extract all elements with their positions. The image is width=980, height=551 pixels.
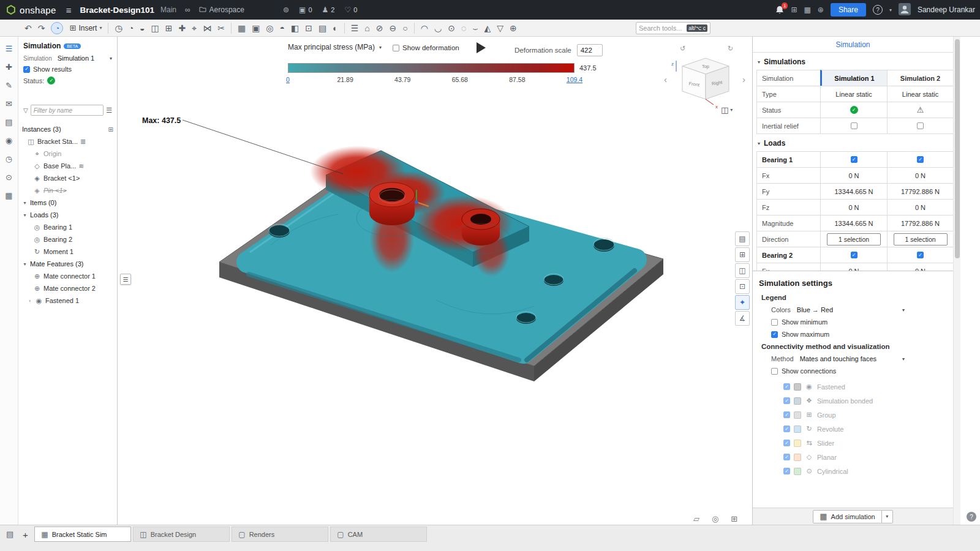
view-cube[interactable]: ‹ › ↺ ↻ Top Front Right z x xyxy=(650,40,752,122)
tree-item-fastened-1[interactable]: › ◉ Fastened 1 xyxy=(18,294,117,307)
show-connections-row[interactable]: Show connections xyxy=(771,367,947,375)
toolbar-tool-icon[interactable]: ◌ xyxy=(461,24,466,32)
tab-renders[interactable]: ▢ Renders xyxy=(232,527,328,542)
filter-icon[interactable]: ▽ xyxy=(23,107,28,114)
undo-button[interactable]: ↶ xyxy=(24,24,32,32)
manage-tabs-icon[interactable]: ▤ xyxy=(6,530,13,539)
toolbar-tool-icon[interactable]: ⊕ xyxy=(510,24,517,32)
toolbar-tool-icon[interactable]: ◐ xyxy=(333,24,337,32)
rotate-cw-icon[interactable]: ↻ xyxy=(728,45,733,52)
search-panel-icon[interactable]: ⊙ xyxy=(6,173,12,182)
tree-item-origin[interactable]: ⌖ Origin xyxy=(18,148,117,160)
project-name[interactable]: Aerospace xyxy=(209,6,244,14)
collaborators-stat[interactable]: ♟2 xyxy=(322,6,335,14)
panel-list-icon[interactable]: ▤ xyxy=(735,231,750,246)
fit-view-icon[interactable]: ⊞ xyxy=(731,514,737,523)
sheet-view-icon[interactable]: ▱ xyxy=(693,514,699,523)
tree-item-bearing-2[interactable]: ◎ Bearing 2 xyxy=(18,233,117,246)
appearance-panel-icon[interactable]: ✎ xyxy=(6,81,12,90)
tree-item-bearing-1[interactable]: ◎ Bearing 1 xyxy=(18,221,117,233)
toolbar-tool-icon[interactable]: ⊙ xyxy=(448,24,455,32)
flange-hole[interactable] xyxy=(594,238,614,252)
tables-panel-icon[interactable]: ▦ xyxy=(5,191,12,200)
chevron-right-icon[interactable]: › xyxy=(27,298,32,304)
app-store-icon[interactable]: ▦ xyxy=(804,6,810,14)
toolbar-tool-icon[interactable]: ○ xyxy=(402,24,407,32)
share-button[interactable]: Share xyxy=(831,3,866,17)
toolbar-tool-icon[interactable]: ◔ xyxy=(129,24,134,32)
connection-type-checkbox[interactable]: ✓ xyxy=(783,411,790,418)
method-dropdown-row[interactable]: Method Mates and touching faces ▾ xyxy=(771,355,905,362)
toolbar-tool-icon[interactable]: ✚ xyxy=(179,24,186,32)
toolbar-tool-icon[interactable]: ⊘ xyxy=(376,24,383,32)
main-menu-icon[interactable]: ≡ xyxy=(66,5,72,15)
connection-type-checkbox[interactable]: ✓ xyxy=(783,454,790,460)
parts-panel-icon[interactable]: ◉ xyxy=(6,136,12,145)
scrollbar-thumb[interactable] xyxy=(955,39,960,258)
flange-hole[interactable] xyxy=(516,312,536,324)
direction-selection-box[interactable]: 1 selection xyxy=(827,233,881,246)
toolbar-tool-icon[interactable]: ⌂ xyxy=(364,24,369,32)
notifications-button[interactable]: 1 xyxy=(775,6,784,15)
toolbar-tool-icon[interactable]: ◒ xyxy=(140,24,145,32)
history-panel-icon[interactable]: ◷ xyxy=(6,154,12,163)
rotate-ccw-icon[interactable]: ↺ xyxy=(680,45,685,52)
simulation-select-value[interactable]: Simulation 1 xyxy=(58,54,95,62)
create-panel-icon[interactable]: ✚ xyxy=(6,62,12,72)
toolbar-tool-icon[interactable]: ▽ xyxy=(497,24,503,32)
direction-selection-box[interactable]: 1 selection xyxy=(894,233,948,246)
toolbar-tool-icon[interactable]: ◷ xyxy=(115,24,122,32)
items-section-header[interactable]: ▾ Items (0) xyxy=(18,197,117,209)
connection-type-checkbox[interactable]: ✓ xyxy=(783,383,790,390)
inertial-relief-checkbox[interactable] xyxy=(851,122,858,129)
rotate-right-arrow-icon[interactable]: › xyxy=(742,74,745,84)
toolbar-tool-icon[interactable]: ◧ xyxy=(291,24,299,32)
redo-button[interactable]: ↷ xyxy=(38,24,45,32)
flange-hole[interactable] xyxy=(544,274,564,286)
toolbar-tool-icon[interactable]: ⋈ xyxy=(203,24,211,32)
workspace-name[interactable]: Main xyxy=(160,6,176,14)
result-type-dropdown[interactable]: Max principal stress (MPa) ▾ xyxy=(288,43,382,51)
tree-item-base-plate[interactable]: ◇ Base Pla... ≋ xyxy=(18,160,117,172)
notes-panel-icon[interactable]: ▤ xyxy=(5,118,12,127)
copies-stat[interactable]: ▣0 xyxy=(299,6,312,14)
search-tools-input[interactable]: Search tools... alt/⌥ c xyxy=(636,22,710,34)
column-header-simulation-1[interactable]: Simulation 1 xyxy=(820,70,887,86)
instances-section-header[interactable]: Instances (3) ⊞ xyxy=(18,123,117,135)
tab-bracket-design[interactable]: ◫ Bracket Design xyxy=(133,527,230,542)
toolbar-tool-icon[interactable]: ☰ xyxy=(351,24,359,32)
tree-item-mate-connector-2[interactable]: ⊕ Mate connector 2 xyxy=(18,282,117,294)
chevron-down-icon[interactable]: ▾ xyxy=(889,7,892,13)
show-results-checkbox[interactable]: ✓ xyxy=(23,66,30,73)
show-results-row[interactable]: ✓ Show results xyxy=(18,64,117,75)
selection-list-flyout-button[interactable]: ☰ xyxy=(120,274,131,285)
bearing-1-checkbox[interactable]: ✓ xyxy=(851,156,858,163)
bearing-2-checkbox[interactable]: ✓ xyxy=(851,252,858,258)
flange-hole[interactable] xyxy=(269,224,290,238)
toolbar-tool-icon[interactable]: ▣ xyxy=(252,24,260,32)
tree-item-bracket[interactable]: ◈ Bracket <1> xyxy=(18,172,117,184)
tree-item-moment-1[interactable]: ↻ Moment 1 xyxy=(18,246,117,258)
show-maximum-checkbox[interactable]: ✓ xyxy=(771,331,778,338)
add-simulation-dropdown-button[interactable]: ▾ xyxy=(882,510,893,523)
toolbar-tool-icon[interactable]: ▦ xyxy=(238,24,246,32)
configurations-panel-icon[interactable]: ◫ xyxy=(735,263,750,278)
legend-max-input[interactable]: 109.4 xyxy=(567,76,582,83)
insert-instance-icon[interactable]: ⊞ xyxy=(108,126,113,133)
filter-input[interactable]: Filter by name xyxy=(31,105,104,116)
measure-panel-icon[interactable]: ∡ xyxy=(735,311,750,326)
link-icon[interactable]: ∞ xyxy=(185,6,190,14)
versions-panel-icon[interactable]: ⊡ xyxy=(735,279,750,294)
mates-section-header[interactable]: ▾ Mate Features (3) xyxy=(18,258,117,270)
chevron-down-icon[interactable]: ▾ xyxy=(110,56,112,61)
comments-panel-icon[interactable]: ✉ xyxy=(6,99,12,108)
loads-section-header[interactable]: ▾ Loads (3) xyxy=(18,209,117,221)
inertial-relief-checkbox[interactable] xyxy=(917,122,924,129)
help-icon[interactable]: ? xyxy=(873,5,883,15)
toolbar-tool-icon[interactable]: ◡ xyxy=(434,24,442,32)
loads-section-header[interactable]: ▾ Loads xyxy=(753,134,953,151)
connection-type-checkbox[interactable]: ✓ xyxy=(783,425,790,432)
toolbar-tool-icon[interactable]: ✂ xyxy=(217,24,225,32)
run-animation-button[interactable] xyxy=(477,42,486,53)
toolbar-tool-icon[interactable]: ◎ xyxy=(266,24,273,32)
